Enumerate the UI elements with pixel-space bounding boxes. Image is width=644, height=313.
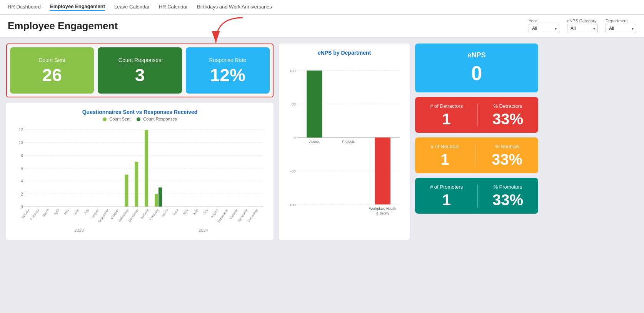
questionnaire-chart-title: Questionnaires Sent vs Responses Receive… bbox=[12, 109, 267, 115]
svg-text:Workplace Health: Workplace Health bbox=[369, 207, 396, 211]
svg-text:2024: 2024 bbox=[199, 228, 208, 233]
enps-value: 0 bbox=[471, 62, 482, 85]
svg-text:February: February bbox=[148, 208, 159, 221]
red-arrow-icon bbox=[212, 16, 250, 47]
svg-text:August: August bbox=[91, 208, 100, 219]
promoters-divider bbox=[477, 184, 478, 208]
year-filter-group: Year All bbox=[529, 18, 559, 33]
svg-text:April: April bbox=[172, 208, 179, 216]
neutrals-pct-value: 33% bbox=[492, 152, 522, 167]
svg-text:January: January bbox=[140, 208, 150, 220]
svg-text:October: October bbox=[229, 208, 239, 220]
detractors-pct-section: % Detractors 33% bbox=[492, 103, 523, 127]
kpi-count-responses-label: Count Responses bbox=[118, 57, 161, 63]
svg-text:March: March bbox=[161, 208, 169, 218]
svg-rect-58 bbox=[307, 70, 322, 137]
svg-rect-62 bbox=[375, 137, 390, 204]
top-navigation: HR Dashboard Employee Engagement Leave C… bbox=[0, 0, 644, 15]
page-title: Employee Engagement bbox=[8, 20, 118, 32]
svg-rect-29 bbox=[145, 130, 148, 207]
kpi-count-responses-value: 3 bbox=[135, 66, 145, 84]
kpi-count-responses: Count Responses 3 bbox=[98, 47, 182, 94]
svg-text:-100: -100 bbox=[288, 203, 296, 207]
nav-birthdays[interactable]: Birthdays and Work Anniversaries bbox=[197, 4, 272, 10]
left-column: Count Sent 26 Count Responses 3 Response… bbox=[6, 44, 274, 240]
neutrals-pct-label: % Neutrals bbox=[492, 144, 522, 149]
promoters-card: # of Promoters 1 % Promotors 33% bbox=[415, 178, 538, 214]
svg-text:2023: 2023 bbox=[74, 228, 83, 233]
nav-hr-dashboard[interactable]: HR Dashboard bbox=[8, 4, 41, 10]
legend-sent-dot bbox=[103, 117, 107, 121]
department-filter-select[interactable]: All bbox=[606, 24, 636, 33]
svg-text:-50: -50 bbox=[290, 169, 296, 173]
legend-count-responses: Count Responses bbox=[137, 117, 177, 121]
legend-count-sent: Count Sent bbox=[103, 117, 130, 121]
svg-text:May: May bbox=[182, 208, 189, 216]
detractors-count-value: 1 bbox=[430, 111, 463, 127]
svg-text:October: October bbox=[110, 208, 120, 220]
svg-text:July: July bbox=[83, 208, 90, 215]
year-filter-select[interactable]: All bbox=[529, 24, 559, 33]
svg-text:December: December bbox=[128, 208, 140, 223]
kpi-row: Count Sent 26 Count Responses 3 Response… bbox=[6, 44, 274, 97]
svg-text:July: July bbox=[202, 208, 209, 215]
department-filter-group: Department All bbox=[606, 18, 636, 33]
bar-chart-container: 024681012JanuaryFebruaryMarchAprilMayJun… bbox=[12, 126, 267, 234]
neutrals-card: # of Neutrals 1 % Neutrals 33% bbox=[415, 137, 538, 173]
enps-dept-bar-chart: 100500-50-100AssetsProjectsWorkplace Hea… bbox=[285, 60, 404, 234]
kpi-response-rate-value: 12% bbox=[210, 66, 245, 84]
nav-leave-calendar[interactable]: Leave Calendar bbox=[114, 4, 150, 10]
middle-column: eNPS by Department 100500-50-100AssetsPr… bbox=[279, 44, 410, 240]
promoters-count-label: # of Promoters bbox=[430, 184, 463, 190]
enps-card: eNPS 0 bbox=[415, 44, 538, 92]
promoters-pct-section: % Promotors 33% bbox=[492, 184, 523, 208]
svg-text:June: June bbox=[192, 208, 199, 216]
nav-hr-calendar[interactable]: HR Calendar bbox=[159, 4, 188, 10]
neutrals-pct-section: % Neutrals 33% bbox=[492, 144, 522, 167]
neutrals-divider bbox=[475, 144, 475, 167]
svg-text:12: 12 bbox=[18, 128, 23, 132]
svg-text:December: December bbox=[247, 208, 259, 223]
svg-text:100: 100 bbox=[289, 69, 296, 73]
detractors-pct-value: 33% bbox=[492, 111, 523, 127]
promoters-count-section: # of Promoters 1 bbox=[430, 184, 463, 208]
svg-text:10: 10 bbox=[18, 141, 23, 145]
svg-text:February: February bbox=[29, 208, 40, 221]
svg-text:June: June bbox=[72, 208, 80, 216]
kpi-count-sent: Count Sent 26 bbox=[10, 47, 94, 94]
svg-text:April: April bbox=[53, 208, 60, 216]
kpi-response-rate-label: Response Rate bbox=[209, 57, 247, 63]
svg-text:Assets: Assets bbox=[309, 140, 320, 144]
enps-dept-chart-title: eNPS by Department bbox=[285, 50, 404, 56]
svg-rect-25 bbox=[125, 175, 128, 207]
svg-text:4: 4 bbox=[21, 179, 23, 183]
questionnaire-chart-card: Questionnaires Sent vs Responses Receive… bbox=[6, 103, 274, 240]
svg-rect-32 bbox=[158, 187, 162, 207]
year-filter-label: Year bbox=[529, 18, 559, 23]
enps-dept-chart-container: 100500-50-100AssetsProjectsWorkplace Hea… bbox=[285, 60, 404, 234]
svg-text:January: January bbox=[20, 208, 30, 220]
nav-employee-engagement[interactable]: Employee Engagement bbox=[50, 3, 105, 11]
kpi-response-rate: Response Rate 12% bbox=[186, 47, 270, 94]
right-column: eNPS 0 # of Detractors 1 % Detractors 33… bbox=[415, 44, 538, 240]
svg-rect-27 bbox=[135, 162, 138, 207]
filter-bar: Year All eNPS Category All Department Al… bbox=[529, 18, 636, 33]
svg-text:May: May bbox=[63, 208, 70, 216]
svg-text:March: March bbox=[42, 208, 50, 218]
questionnaire-bar-chart: 024681012JanuaryFebruaryMarchAprilMayJun… bbox=[12, 126, 267, 234]
promoters-pct-value: 33% bbox=[492, 192, 523, 208]
detractors-divider bbox=[477, 104, 478, 127]
svg-rect-31 bbox=[155, 194, 158, 207]
svg-text:& Safety: & Safety bbox=[376, 211, 389, 215]
svg-text:0: 0 bbox=[21, 205, 23, 209]
svg-text:50: 50 bbox=[292, 102, 296, 106]
svg-text:Projects: Projects bbox=[342, 140, 355, 144]
detractors-count-label: # of Detractors bbox=[430, 103, 463, 109]
enps-category-select[interactable]: All bbox=[567, 24, 598, 33]
chart-legend: Count Sent Count Responses bbox=[12, 117, 267, 121]
kpi-count-sent-value: 26 bbox=[42, 66, 62, 84]
svg-text:8: 8 bbox=[21, 154, 23, 158]
enps-label: eNPS bbox=[467, 51, 486, 59]
svg-text:0: 0 bbox=[294, 136, 296, 140]
detractors-pct-label: % Detractors bbox=[492, 103, 523, 109]
